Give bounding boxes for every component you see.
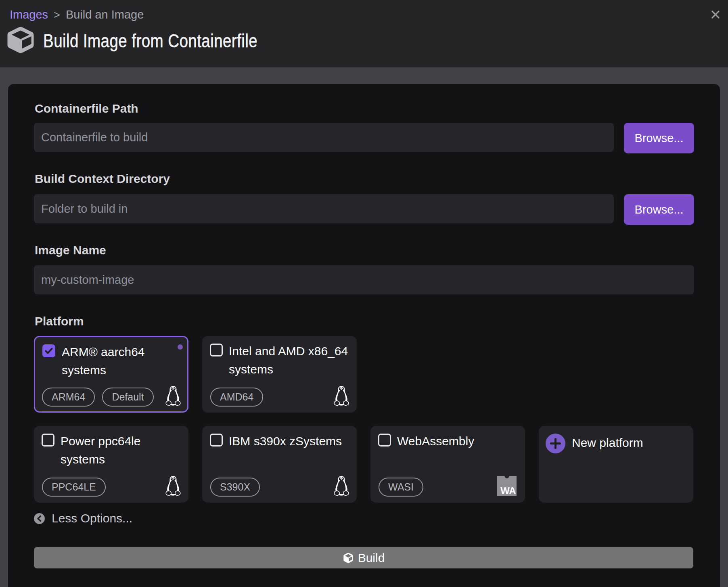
svg-text:WA: WA [500,485,516,496]
